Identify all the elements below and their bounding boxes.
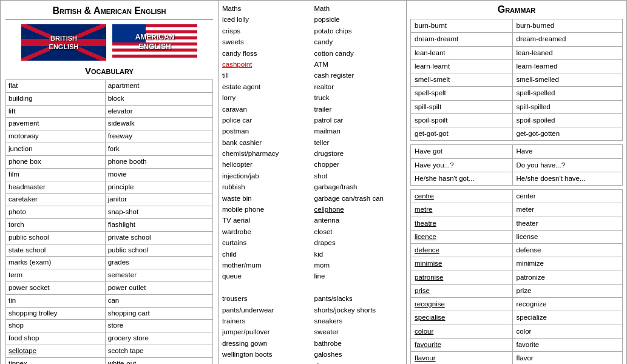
- list-item: sneakers: [314, 315, 403, 326]
- spell-british: specialise: [411, 311, 513, 325]
- spell-american: patronize: [512, 271, 622, 284]
- vocab-american-cell: elevator: [105, 105, 212, 118]
- list-item: potato chips: [314, 25, 403, 36]
- verb-british: lean-leant: [411, 46, 513, 59]
- list-item: pants/slacks: [314, 293, 403, 304]
- vocab-british-cell: power socket: [6, 282, 106, 295]
- have-british: He/she hasn't got...: [411, 172, 513, 185]
- vocab-columns: Mathsiced lollycrispssweetscandy flossca…: [222, 3, 402, 364]
- list-item: sweets: [222, 36, 311, 47]
- us-flag-label: AMERICANENGLISH: [135, 33, 175, 52]
- right-section: Grammar burn-burntburn-burneddream-dream…: [407, 0, 627, 364]
- list-item: realtor: [314, 81, 403, 92]
- vocab-american-cell: semester: [105, 269, 212, 282]
- spell-american: license: [512, 230, 622, 243]
- grammar-title: Grammar: [410, 4, 623, 15]
- list-item: Math: [314, 3, 403, 14]
- spell-british: defence: [411, 244, 513, 257]
- have-got-table: Have gotHaveHave you...?Do you have...?H…: [410, 144, 623, 186]
- uk-flag: BRITISHENGLISH: [21, 24, 106, 61]
- vocab-american-cell: principle: [105, 181, 212, 194]
- vocab-british-cell: lift: [6, 105, 106, 118]
- list-item: caravan: [222, 104, 311, 115]
- vocab-british-cell: building: [6, 92, 106, 105]
- list-item: truck: [314, 92, 403, 103]
- vocab-british-cell: state school: [6, 244, 106, 257]
- list-item: cashpoint: [222, 59, 311, 70]
- list-item: sweater: [314, 326, 403, 337]
- vocab-british-cell: tin: [6, 294, 106, 307]
- verb-american: learn-learned: [512, 59, 622, 73]
- vocab-american-cell: scotch tape: [105, 345, 212, 358]
- verb-british: smell-smelt: [411, 73, 513, 87]
- spell-british: licence: [411, 230, 513, 243]
- vocab-american-cell: fork: [105, 143, 212, 156]
- have-american: Do you have...?: [512, 158, 622, 172]
- vocab-american-cell: apartment: [105, 80, 212, 93]
- vocab-british-cell: photo: [6, 206, 106, 219]
- spell-american: specialize: [512, 311, 622, 325]
- verb-british: learn-learnt: [411, 59, 513, 73]
- spell-british: favourite: [411, 338, 513, 351]
- vocab-american-cell: grades: [105, 257, 212, 269]
- spell-british: metre: [411, 203, 513, 217]
- vocab-title: Vocabulary: [5, 66, 213, 76]
- list-item: antenna: [314, 215, 403, 226]
- spell-british: minimise: [411, 257, 513, 271]
- spell-american: favorite: [512, 338, 622, 351]
- american-column: Mathpopsiclepotato chipscandycotton cand…: [314, 3, 403, 364]
- verb-american: spoil-spoiled: [512, 113, 622, 127]
- verb-american: dream-dreamed: [512, 33, 622, 46]
- us-flag: AMERICANENGLISH: [112, 24, 197, 61]
- page-container: British & American English BRITISHENGLIS…: [0, 0, 627, 364]
- vocab-american-cell: store: [105, 320, 212, 332]
- verb-british: get-got-got: [411, 127, 513, 141]
- spelling-table: centrecentermetremetertheatretheaterlice…: [410, 189, 623, 364]
- spell-american: defense: [512, 244, 622, 257]
- spell-american: meter: [512, 203, 622, 217]
- list-item: wellington boots: [222, 349, 311, 360]
- list-item: cash register: [314, 70, 403, 81]
- spell-american: theater: [512, 217, 622, 230]
- list-item: Maths: [222, 3, 311, 14]
- vocab-american-cell: public school: [105, 244, 212, 257]
- list-item: kid: [314, 249, 403, 260]
- list-item: queue: [222, 271, 311, 281]
- list-item: mobile phone: [222, 204, 311, 215]
- vocab-american-cell: phone booth: [105, 155, 212, 168]
- list-item: drugstore: [314, 148, 403, 159]
- spell-american: prize: [512, 284, 622, 297]
- list-item: crisps: [222, 25, 311, 36]
- list-item: patrol car: [314, 115, 403, 126]
- list-item: waste bin: [222, 193, 311, 204]
- list-item: mom: [314, 260, 403, 271]
- list-item: iced lolly: [222, 14, 311, 25]
- vocab-table: flatapartmentbuildingblockliftelevatorpa…: [5, 79, 213, 364]
- list-item: pants/underwear: [222, 305, 311, 315]
- list-item: chopper: [314, 159, 403, 170]
- list-item: jumper/pullover: [222, 326, 311, 337]
- list-item: mother/mum: [222, 260, 311, 271]
- list-item: garbage/trash: [314, 181, 403, 192]
- spell-american: flavor: [512, 352, 622, 365]
- list-item: [222, 282, 311, 293]
- vocab-british-cell: phone box: [6, 155, 106, 168]
- vocab-british-cell: caretaker: [6, 194, 106, 206]
- verb-american: lean-leaned: [512, 46, 622, 59]
- spell-british: centre: [411, 190, 513, 203]
- list-item: injection/jab: [222, 170, 311, 181]
- list-item: mailman: [314, 126, 403, 136]
- vocab-american-cell: movie: [105, 168, 212, 181]
- spell-american: recognize: [512, 298, 622, 311]
- vocab-american-cell: can: [105, 294, 212, 307]
- vocab-british-cell: film: [6, 168, 106, 181]
- vocab-british-cell: public school: [6, 231, 106, 244]
- list-item: popsicle: [314, 14, 403, 25]
- list-item: dressing gown: [222, 338, 311, 349]
- vocab-british-cell: junction: [6, 143, 106, 156]
- list-item: candy: [314, 36, 403, 47]
- vocab-british-cell: flat: [6, 80, 106, 93]
- list-item: estate agent: [222, 81, 311, 92]
- vocab-british-cell: pavement: [6, 118, 106, 130]
- list-item: [314, 282, 403, 293]
